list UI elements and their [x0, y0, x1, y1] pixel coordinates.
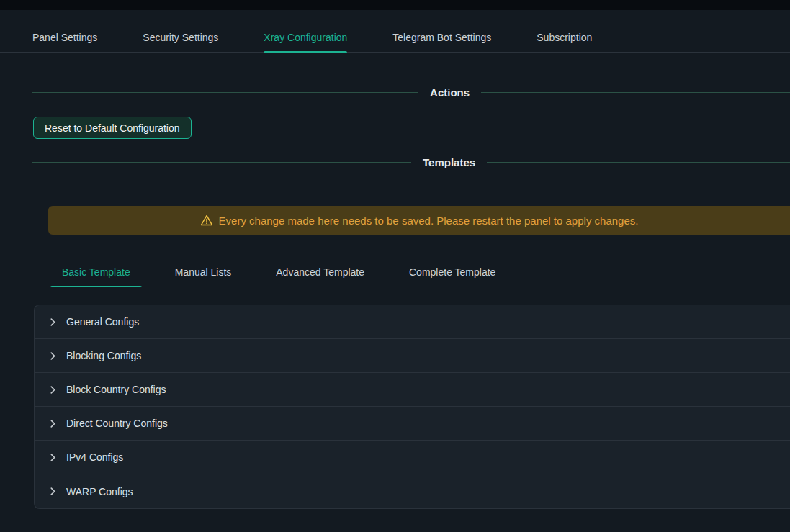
accordion-item-label: Block Country Configs	[66, 384, 166, 395]
accordion-item-block-country-configs[interactable]: Block Country Configs	[35, 373, 790, 407]
actions-divider: Actions	[32, 84, 790, 100]
warning-text: Every change made here needs to be saved…	[219, 215, 639, 227]
tab-subscription[interactable]: Subscription	[537, 24, 592, 52]
chevron-right-icon	[49, 420, 57, 428]
chevron-right-icon	[49, 454, 57, 461]
tab-manual-lists[interactable]: Manual Lists	[163, 258, 243, 287]
warning-banner: Every change made here needs to be saved…	[48, 206, 790, 235]
reset-default-config-button[interactable]: Reset to Default Configuration	[33, 117, 192, 139]
main-tabs: Panel Settings Security Settings Xray Co…	[0, 24, 790, 53]
accordion-item-blocking-configs[interactable]: Blocking Configs	[35, 339, 790, 373]
templates-divider: Templates	[32, 154, 790, 170]
template-accordion: General Configs Blocking Configs Block C…	[34, 305, 790, 509]
top-bar	[0, 0, 790, 10]
accordion-item-general-configs[interactable]: General Configs	[35, 305, 790, 339]
tab-panel-settings[interactable]: Panel Settings	[32, 24, 97, 52]
tab-xray-configuration[interactable]: Xray Configuration	[264, 24, 347, 52]
chevron-right-icon	[49, 386, 57, 394]
accordion-item-label: General Configs	[66, 316, 139, 328]
tab-complete-template[interactable]: Complete Template	[398, 258, 507, 287]
accordion-item-warp-configs[interactable]: WARP Configs	[35, 474, 790, 508]
warning-triangle-icon	[200, 214, 213, 227]
tab-security-settings[interactable]: Security Settings	[143, 24, 218, 52]
accordion-item-label: IPv4 Configs	[66, 451, 123, 463]
accordion-item-label: Blocking Configs	[66, 350, 141, 361]
tab-basic-template[interactable]: Basic Template	[50, 258, 142, 287]
accordion-item-direct-country-configs[interactable]: Direct Country Configs	[35, 407, 790, 441]
accordion-item-label: WARP Configs	[66, 486, 133, 497]
chevron-right-icon	[49, 487, 57, 495]
tab-advanced-template[interactable]: Advanced Template	[264, 258, 376, 287]
template-tabs: Basic Template Manual Lists Advanced Tem…	[34, 258, 790, 287]
tab-telegram-bot-settings[interactable]: Telegram Bot Settings	[392, 24, 491, 52]
chevron-right-icon	[49, 352, 57, 360]
accordion-item-label: Direct Country Configs	[66, 418, 168, 429]
actions-divider-title: Actions	[430, 86, 470, 99]
templates-divider-title: Templates	[423, 156, 475, 168]
accordion-item-ipv4-configs[interactable]: IPv4 Configs	[35, 441, 790, 474]
chevron-right-icon	[49, 318, 57, 326]
